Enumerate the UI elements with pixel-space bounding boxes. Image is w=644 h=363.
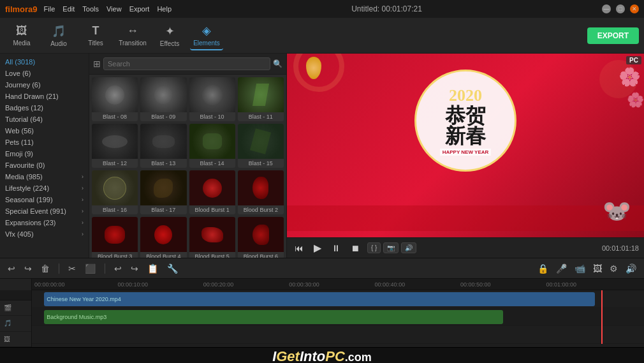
pause-button[interactable]: ⏸ bbox=[329, 242, 343, 255]
preview-chinese-text: 恭贺新春 bbox=[445, 105, 486, 146]
maximize-button[interactable]: □ bbox=[616, 4, 625, 13]
stop-button[interactable]: ⏹ bbox=[348, 242, 362, 255]
element-blood-burst-3[interactable]: Blood Burst 3 bbox=[92, 217, 138, 258]
menu-export[interactable]: Export bbox=[129, 5, 150, 13]
element-blast-08[interactable]: Blast - 08 bbox=[92, 77, 138, 121]
crop-tl-button[interactable]: ⬛ bbox=[82, 262, 98, 275]
category-emoji[interactable]: Emoji (9) bbox=[0, 148, 89, 159]
delete-button[interactable]: 🗑 bbox=[38, 262, 52, 275]
tool-titles[interactable]: T Titles bbox=[79, 21, 112, 50]
cut-button[interactable]: ✂ bbox=[66, 262, 78, 275]
tool-transition[interactable]: ↔ Transition bbox=[116, 21, 149, 50]
tool-effects-label: Effects bbox=[160, 40, 179, 47]
window-controls: — □ ✕ bbox=[602, 4, 639, 13]
category-media[interactable]: Media (985)› bbox=[0, 171, 89, 182]
category-hand-drawn[interactable]: Hand Drawn (21) bbox=[0, 91, 89, 102]
redo-button[interactable]: ↪ bbox=[22, 262, 34, 275]
menu-file[interactable]: File bbox=[44, 5, 55, 13]
category-web[interactable]: Web (56) bbox=[0, 125, 89, 137]
snapshot-button[interactable]: 📷 bbox=[383, 242, 399, 253]
element-blood-burst-6[interactable]: Blood Burst 6 bbox=[238, 217, 284, 258]
tool-media[interactable]: 🖼 Media bbox=[5, 21, 38, 50]
audio-clip-1[interactable]: Background Music.mp3 bbox=[44, 310, 503, 324]
category-all[interactable]: All (3018) bbox=[0, 56, 89, 68]
close-button[interactable]: ✕ bbox=[630, 4, 639, 13]
undo-button[interactable]: ↩ bbox=[5, 262, 18, 275]
audio-icon: 🎵 bbox=[52, 24, 66, 38]
tool-audio[interactable]: 🎵 Audio bbox=[42, 21, 75, 50]
ruler-mark-6: 00:01:00:00 bbox=[546, 281, 576, 288]
search-input[interactable] bbox=[103, 57, 270, 70]
element-blood-burst-4[interactable]: Blood Burst 4 bbox=[140, 217, 186, 258]
window-title: Untitled: 00:01:07:21 bbox=[351, 4, 422, 13]
track-label-2: 🎵 bbox=[0, 316, 31, 331]
element-blood-burst-1[interactable]: Blood Burst 1 bbox=[189, 170, 235, 214]
playhead[interactable] bbox=[601, 290, 603, 344]
photo-button[interactable]: 🖼 bbox=[590, 262, 604, 275]
redo2-button[interactable]: ↪ bbox=[128, 262, 141, 275]
preview-controls: ⏮ ▶ ⏸ ⏹ { } 📷 🔊 00:01:01:18 bbox=[287, 237, 644, 258]
element-blast-13[interactable]: Blast - 13 bbox=[140, 124, 186, 168]
copy-button[interactable]: 📋 bbox=[145, 262, 161, 275]
app-name: filmora9 bbox=[5, 4, 38, 14]
ruler-mark-5: 00:00:50:00 bbox=[460, 281, 491, 288]
timeline-ruler: 00:00:00:00 00:00:10:00 00:00:20:00 00:0… bbox=[32, 279, 644, 290]
element-blast-15[interactable]: Blast - 15 bbox=[238, 124, 284, 168]
tool-effects[interactable]: ✦ Effects bbox=[153, 21, 186, 50]
category-badges[interactable]: Badges (12) bbox=[0, 102, 89, 114]
tool-media-label: Media bbox=[13, 40, 30, 47]
mic-button[interactable]: 🎤 bbox=[553, 262, 569, 275]
crop-button[interactable]: { } bbox=[367, 242, 381, 253]
category-vfx[interactable]: Vfx (405)› bbox=[0, 228, 89, 240]
category-favourite[interactable]: Favourite (0) bbox=[0, 159, 89, 171]
menu-help[interactable]: Help bbox=[157, 5, 172, 13]
element-blood-burst-5[interactable]: Blood Burst 5 bbox=[189, 217, 235, 258]
track-row-2: Background Music.mp3 bbox=[32, 308, 644, 326]
settings-button[interactable]: 🔧 bbox=[165, 262, 180, 275]
category-journey[interactable]: Journey (6) bbox=[0, 79, 89, 91]
minimize-button[interactable]: — bbox=[602, 4, 611, 13]
undo2-button[interactable]: ↩ bbox=[112, 262, 124, 275]
export-button[interactable]: EXPORT bbox=[587, 27, 639, 44]
element-blast-09[interactable]: Blast - 09 bbox=[140, 77, 186, 121]
element-blast-14[interactable]: Blast - 14 bbox=[189, 124, 235, 168]
menu-tools[interactable]: Tools bbox=[82, 5, 99, 13]
timeline-tracks[interactable]: 00:00:00:00 00:00:10:00 00:00:20:00 00:0… bbox=[32, 279, 644, 347]
tool-elements[interactable]: ◈ Elements bbox=[190, 21, 223, 50]
audio-mix-button[interactable]: 🔊 bbox=[623, 262, 639, 275]
main-area: All (3018) Love (6) Journey (6) Hand Dra… bbox=[0, 54, 644, 258]
menu-view[interactable]: View bbox=[106, 5, 122, 13]
play-button[interactable]: ▶ bbox=[311, 241, 324, 255]
element-blast-17[interactable]: Blast - 17 bbox=[140, 170, 186, 214]
category-pets[interactable]: Pets (11) bbox=[0, 137, 89, 148]
timeline-toolbar: ↩ ↪ 🗑 ✂ ⬛ ↩ ↪ 📋 🔧 🔒 🎤 📹 🖼 ⚙ 🔊 bbox=[0, 258, 644, 279]
ruler-mark-3: 00:00:30:00 bbox=[289, 281, 319, 288]
transition-icon: ↔ bbox=[127, 24, 138, 38]
element-blast-10[interactable]: Blast - 10 bbox=[189, 77, 235, 121]
tool-transition-label: Transition bbox=[119, 40, 147, 47]
element-blast-16[interactable]: Blast - 16 bbox=[92, 170, 138, 214]
title-bar: filmora9 File Edit Tools View Export Hel… bbox=[0, 0, 644, 18]
ruler-mark-1: 00:00:10:00 bbox=[117, 281, 148, 288]
ruler-mark-4: 00:00:40:00 bbox=[375, 281, 406, 288]
volume-button[interactable]: 🔊 bbox=[401, 242, 416, 253]
camera-button[interactable]: 📹 bbox=[572, 262, 588, 275]
menu-edit[interactable]: Edit bbox=[62, 5, 75, 13]
tool-elements-label: Elements bbox=[193, 40, 220, 47]
element-blast-12[interactable]: Blast - 12 bbox=[92, 124, 138, 168]
category-tutorial[interactable]: Tutorial (64) bbox=[0, 114, 89, 125]
category-lifestyle[interactable]: Lifestyle (224)› bbox=[0, 182, 89, 194]
lock-button[interactable]: 🔒 bbox=[535, 262, 551, 275]
video-clip-1[interactable]: Chinese New Year 2020.mp4 bbox=[44, 292, 595, 306]
skip-back-button[interactable]: ⏮ bbox=[292, 242, 306, 255]
category-seasonal[interactable]: Seasonal (199)› bbox=[0, 194, 89, 205]
category-expansions[interactable]: Expansions (23)› bbox=[0, 217, 89, 228]
element-blood-burst-2[interactable]: Blood Burst 2 bbox=[238, 170, 284, 214]
extra-controls: { } 📷 🔊 bbox=[367, 242, 416, 253]
category-love[interactable]: Love (6) bbox=[0, 68, 89, 79]
tl-settings-button[interactable]: ⚙ bbox=[607, 262, 620, 275]
element-blast-11[interactable]: Blast - 11 bbox=[238, 77, 284, 121]
category-special-event[interactable]: Special Event (991)› bbox=[0, 205, 89, 217]
track-labels: 🎬 🎵 🖼 bbox=[0, 279, 32, 347]
tool-titles-label: Titles bbox=[88, 40, 103, 47]
